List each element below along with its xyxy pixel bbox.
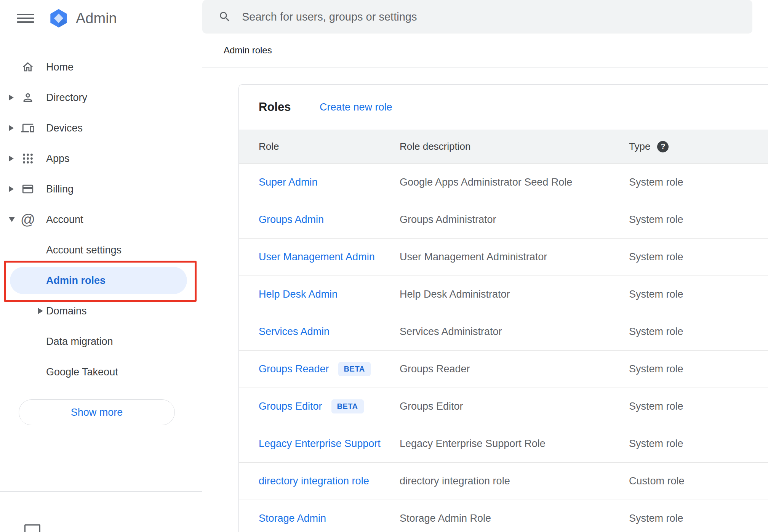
hamburger-bar (17, 14, 34, 15)
breadcrumb: Admin roles (224, 34, 272, 67)
sidebar-item-account-settings[interactable]: Account settings (0, 235, 202, 265)
role-type: System role (629, 326, 683, 338)
sidebar-item-google-takeout[interactable]: Google Takeout (0, 357, 202, 387)
role-description: Groups Editor (400, 401, 463, 412)
search-bar[interactable] (202, 0, 752, 34)
devices-icon (21, 121, 35, 135)
table-row: User Management AdminUser Management Adm… (239, 239, 768, 276)
sidebar-nav: HomeDirectoryDevicesAppsBilling@AccountA… (0, 52, 202, 387)
role-link[interactable]: directory integration role (259, 475, 369, 487)
sidebar-item-label: Directory (46, 92, 87, 104)
divider (0, 491, 202, 492)
role-description: Legacy Enterprise Support Role (400, 438, 546, 450)
sidebar-item-devices[interactable]: Devices (0, 113, 202, 143)
sidebar-header: Admin (0, 0, 202, 37)
table-row: Groups AdminGroups AdministratorSystem r… (239, 201, 768, 239)
role-link[interactable]: Services Admin (259, 326, 330, 338)
sidebar-item-apps[interactable]: Apps (0, 143, 202, 174)
table-row: Super AdminGoogle Apps Administrator See… (239, 164, 768, 201)
column-type: Type (629, 141, 650, 152)
role-type: System role (629, 401, 683, 412)
sidebar-item-label: Domains (46, 305, 87, 317)
at-icon: @ (21, 213, 35, 226)
sidebar: Admin HomeDirectoryDevicesAppsBilling@Ac… (0, 0, 202, 532)
table-row: Services AdminServices AdministratorSyst… (239, 313, 768, 351)
show-more-button[interactable]: Show more (19, 399, 175, 425)
sidebar-item-label: Apps (46, 153, 70, 165)
main-content: Admin roles Roles Create new role Role R… (202, 0, 768, 532)
sidebar-item-label: Data migration (46, 336, 113, 348)
hamburger-bar (17, 18, 34, 19)
sidebar-item-label: Billing (46, 183, 74, 195)
role-description: Groups Reader (400, 363, 470, 375)
help-icon[interactable]: ? (657, 141, 669, 152)
apps-icon (21, 152, 35, 165)
roles-card: Roles Create new role Role Role descript… (238, 84, 768, 532)
role-link[interactable]: Legacy Enterprise Support (259, 438, 381, 450)
role-type: System role (629, 176, 683, 188)
role-description: Groups Administrator (400, 214, 496, 226)
app-title: Admin (76, 10, 117, 27)
roles-table-body: Super AdminGoogle Apps Administrator See… (239, 164, 768, 532)
role-type: System role (629, 513, 683, 524)
role-description: Services Administrator (400, 326, 502, 338)
role-link[interactable]: Storage Admin (259, 513, 326, 524)
sidebar-item-admin-roles[interactable]: Admin roles (0, 265, 202, 296)
menu-button[interactable] (17, 11, 34, 25)
role-type: System role (629, 438, 683, 450)
admin-hexagon-icon (48, 8, 69, 29)
table-row: Groups EditorBETAGroups EditorSystem rol… (239, 388, 768, 425)
table-row: Legacy Enterprise SupportLegacy Enterpri… (239, 425, 768, 463)
sidebar-item-data-migration[interactable]: Data migration (0, 326, 202, 357)
role-link[interactable]: Help Desk Admin (259, 288, 338, 300)
sidebar-item-account[interactable]: @Account (0, 204, 202, 235)
beta-badge: BETA (331, 399, 364, 413)
sidebar-item-label: Home (46, 61, 74, 73)
sidebar-item-label: Account (46, 214, 83, 226)
role-link[interactable]: Groups Reader (259, 363, 329, 375)
role-link[interactable]: Groups Editor (259, 401, 322, 412)
role-description: Help Desk Administrator (400, 288, 510, 300)
sidebar-item-domains[interactable]: Domains (0, 296, 202, 326)
hamburger-bar (17, 21, 34, 23)
table-header: Role Role description Type ? (239, 130, 768, 164)
roles-card-header: Roles Create new role (239, 85, 768, 130)
column-role-description: Role description (400, 141, 470, 152)
role-link[interactable]: User Management Admin (259, 251, 375, 263)
sidebar-item-label: Devices (46, 122, 83, 134)
search-input[interactable] (242, 11, 741, 23)
role-type: System role (629, 214, 683, 226)
sidebar-item-label: Account settings (46, 244, 122, 256)
role-type: Custom role (629, 475, 685, 487)
role-link[interactable]: Super Admin (259, 176, 318, 188)
chevron-right-icon[interactable] (38, 308, 43, 314)
sidebar-item-label: Google Takeout (46, 366, 118, 378)
person-icon (21, 91, 35, 104)
chevron-right-icon[interactable] (9, 95, 14, 101)
role-type: System role (629, 363, 683, 375)
sidebar-item-billing[interactable]: Billing (0, 174, 202, 204)
admin-logo[interactable]: Admin (48, 8, 117, 29)
chevron-right-icon[interactable] (9, 125, 14, 131)
beta-badge: BETA (338, 362, 371, 376)
table-row: Storage AdminStorage Admin RoleSystem ro… (239, 500, 768, 532)
column-role: Role (259, 141, 279, 152)
chevron-right-icon[interactable] (9, 155, 14, 162)
table-row: Groups ReaderBETAGroups ReaderSystem rol… (239, 351, 768, 388)
role-type: System role (629, 251, 683, 263)
card-icon (21, 182, 35, 196)
role-description: directory integration role (400, 475, 510, 487)
sidebar-item-label: Admin roles (46, 275, 106, 287)
table-row: Help Desk AdminHelp Desk AdministratorSy… (239, 276, 768, 313)
chevron-down-icon[interactable] (9, 217, 15, 222)
sidebar-item-directory[interactable]: Directory (0, 82, 202, 113)
create-new-role-link[interactable]: Create new role (320, 101, 392, 113)
table-row: directory integration roledirectory inte… (239, 463, 768, 500)
search-icon (218, 10, 231, 23)
bottom-nav-icon-partial[interactable] (24, 524, 40, 532)
roles-title: Roles (259, 100, 291, 114)
chevron-right-icon[interactable] (9, 186, 14, 192)
role-link[interactable]: Groups Admin (259, 214, 324, 226)
sidebar-item-home[interactable]: Home (0, 52, 202, 82)
role-description: User Management Administrator (400, 251, 547, 263)
